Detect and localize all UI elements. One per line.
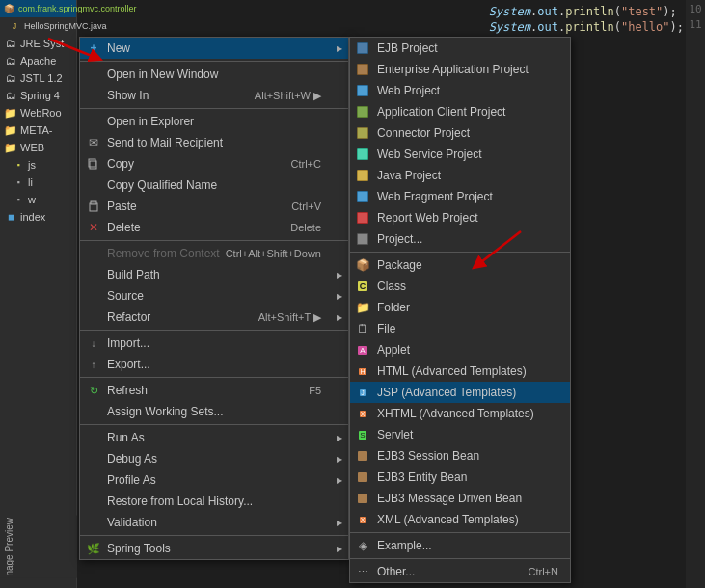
copy-icon: [86, 156, 101, 172]
submenu-web-project[interactable]: Web Project: [350, 80, 570, 101]
left-panel: 📦 com.frank.springmvc.controller J Hello…: [0, 0, 77, 588]
menu-item-assign-working[interactable]: Assign Working Sets...: [80, 401, 348, 422]
paste-shortcut: Ctrl+V: [291, 200, 340, 212]
submenu-web-fragment[interactable]: Web Fragment Project: [350, 186, 570, 207]
menu-item-send-mail[interactable]: ✉ Send to Mail Recipient: [80, 132, 348, 153]
package-icon: 📦: [2, 2, 15, 15]
menu-item-validation[interactable]: Validation: [80, 512, 348, 533]
submenu-xhtml[interactable]: X XHTML (Advanced Templates): [350, 403, 570, 424]
class-sub-icon: C: [355, 279, 370, 294]
web-fragment-icon: [355, 189, 370, 204]
js-icon: ▪: [12, 158, 25, 172]
submenu-package[interactable]: 📦 Package: [350, 254, 570, 276]
new-icon: +: [86, 40, 101, 56]
menu-item-copy-qualified[interactable]: Copy Qualified Name: [80, 174, 348, 196]
submenu-class[interactable]: C Class: [350, 276, 570, 297]
tree-item-jstl[interactable]: 🗂 JSTL 1.2: [0, 69, 76, 87]
menu-item-source[interactable]: Source: [80, 285, 348, 307]
submenu-report-web[interactable]: Report Web Project: [350, 207, 570, 228]
menu-item-spring-tools[interactable]: 🌿 Spring Tools: [80, 538, 348, 559]
submenu-ejb-project[interactable]: EJB Project: [350, 38, 570, 59]
submenu-jsp[interactable]: J JSP (Advanced Templates): [350, 382, 570, 403]
tree-item-w[interactable]: ▪ w: [0, 191, 76, 208]
tree-item-web[interactable]: 📁 WEB: [0, 139, 76, 156]
submenu-ejb3message[interactable]: EJB3 Message Driven Bean: [350, 488, 570, 509]
w-icon: ▪: [12, 193, 25, 206]
submenu-web-service[interactable]: Web Service Project: [350, 144, 570, 165]
web-project-icon: [355, 83, 370, 98]
menu-item-open-new-window[interactable]: Open in New Window: [80, 64, 348, 85]
paste-icon: [86, 199, 101, 214]
other-shortcut: Ctrl+N: [529, 566, 562, 577]
menu-item-debug-as[interactable]: Debug As: [80, 448, 348, 469]
submenu-xml[interactable]: X XML (Advanced Templates): [350, 509, 570, 530]
submenu-app-client[interactable]: Application Client Project: [350, 101, 570, 122]
menu-item-show-in[interactable]: Show In Alt+Shift+W ▶: [80, 85, 348, 106]
submenu-example[interactable]: ◈ Example...: [350, 535, 570, 556]
submenu-folder[interactable]: 📁 Folder: [350, 297, 570, 318]
xml-sub-icon: X: [355, 512, 370, 527]
submenu: EJB Project Enterprise Application Proje…: [349, 37, 571, 583]
web-service-icon: [355, 147, 370, 162]
tree-item-spring[interactable]: 🗂 Spring 4: [0, 87, 76, 104]
menu-item-new[interactable]: + New: [80, 38, 348, 59]
submenu-servlet[interactable]: S Servlet: [350, 424, 570, 445]
project-icon: [355, 231, 370, 247]
menu-item-build-path[interactable]: Build Path: [80, 264, 348, 285]
menu-item-restore-history[interactable]: Restore from Local History...: [80, 491, 348, 512]
menu-item-export[interactable]: ↑ Export...: [80, 354, 348, 375]
submenu-sep-3: [350, 558, 570, 559]
tree-item-li[interactable]: ▪ li: [0, 174, 76, 191]
svg-rect-3: [91, 201, 96, 204]
separator-2: [80, 108, 348, 109]
menu-item-paste[interactable]: Paste Ctrl+V: [80, 196, 348, 217]
tree-item-java[interactable]: J HelloSpringMVC.java: [0, 17, 76, 35]
tree-item-meta[interactable]: 📁 META-: [0, 121, 76, 139]
html-sub-icon: H: [355, 363, 370, 379]
menu-item-copy[interactable]: Copy Ctrl+C: [80, 153, 348, 174]
tree-item-jre[interactable]: 🗂 JRE Syst: [0, 35, 76, 52]
menu-item-open-explorer[interactable]: Open in Explorer: [80, 111, 348, 132]
submenu-enterprise-app[interactable]: Enterprise Application Project: [350, 59, 570, 80]
ejb3entity-sub-icon: [355, 469, 370, 485]
mail-icon: ✉: [86, 135, 101, 150]
submenu-html[interactable]: H HTML (Advanced Templates): [350, 361, 570, 382]
submenu-project[interactable]: Project...: [350, 228, 570, 250]
folder-icon-1: 📁: [4, 106, 17, 120]
tree-item-index[interactable]: ◼ index: [0, 208, 76, 226]
jsp-sub-icon: J: [355, 385, 370, 400]
tree-item-js[interactable]: ▪ js: [0, 156, 76, 174]
menu-item-remove-context: Remove from Context Ctrl+Alt+Shift+Down: [80, 243, 348, 264]
folder-icon-3: 📁: [4, 141, 17, 154]
submenu-applet[interactable]: A Applet: [350, 339, 570, 361]
show-in-shortcut: Alt+Shift+W ▶: [255, 90, 340, 102]
refactor-shortcut: Alt+Shift+T ▶: [258, 311, 340, 324]
java-file-icon: J: [8, 19, 21, 33]
submenu-other[interactable]: ⋯ Other... Ctrl+N: [350, 561, 570, 582]
separator-5: [80, 377, 348, 378]
submenu-file[interactable]: 🗒 File: [350, 318, 570, 339]
manage-preview-label[interactable]: nage Preview: [0, 516, 77, 578]
menu-item-refresh[interactable]: ↻ Refresh F5: [80, 380, 348, 401]
menu-item-refactor[interactable]: Refactor Alt+Shift+T ▶: [80, 307, 348, 328]
tree-item-apache[interactable]: 🗂 Apache: [0, 52, 76, 69]
submenu-connector[interactable]: Connector Project: [350, 122, 570, 144]
menu-item-run-as[interactable]: Run As: [80, 427, 348, 448]
menu-item-import[interactable]: ↓ Import...: [80, 333, 348, 354]
export-icon: ↑: [86, 357, 101, 372]
tree-item-controller[interactable]: 📦 com.frank.springmvc.controller: [0, 0, 76, 17]
file-sub-icon: 🗒: [355, 321, 370, 336]
submenu-ejb3entity[interactable]: EJB3 Entity Bean: [350, 467, 570, 488]
other-sub-icon: ⋯: [355, 564, 370, 579]
tree-item-webroot[interactable]: 📁 WebRoo: [0, 104, 76, 121]
import-icon: ↓: [86, 335, 101, 351]
submenu-ejb3session[interactable]: EJB3 Session Bean: [350, 445, 570, 467]
line-numbers: 10 11: [686, 0, 705, 588]
java-project-icon: [355, 168, 370, 183]
applet-sub-icon: A: [355, 342, 370, 358]
menu-item-delete[interactable]: ✕ Delete Delete: [80, 217, 348, 238]
index-icon: ◼: [4, 210, 17, 224]
li-icon: ▪: [12, 175, 25, 189]
submenu-java-project[interactable]: Java Project: [350, 165, 570, 186]
menu-item-profile-as[interactable]: Profile As: [80, 469, 348, 491]
